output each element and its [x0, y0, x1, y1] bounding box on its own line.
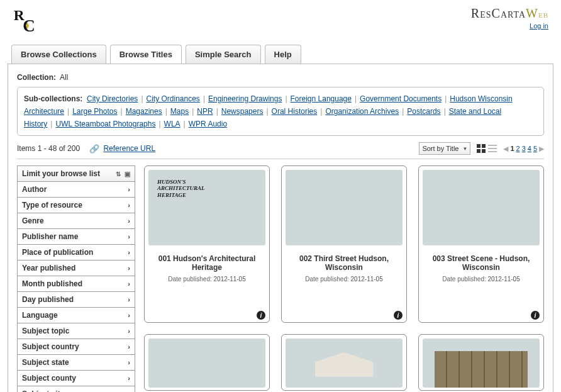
facet-item[interactable]: Place of publication› [18, 245, 135, 260]
info-icon[interactable]: i [257, 311, 265, 320]
facet-item[interactable]: Subject state› [18, 355, 135, 371]
subcollection-link[interactable]: Magazines [126, 107, 162, 116]
chevron-right-icon: › [128, 264, 130, 272]
facet-item[interactable]: Year published› [18, 260, 135, 276]
subcollection-link[interactable]: Oral Histories [272, 107, 318, 116]
page-5[interactable]: 5 [533, 145, 537, 152]
thumbnail [423, 170, 540, 245]
thumbnail [148, 339, 265, 388]
facet-item[interactable]: Publisher name› [18, 229, 135, 245]
result-card[interactable] [281, 334, 407, 391]
info-icon[interactable]: i [531, 311, 540, 320]
thumbnail [423, 339, 540, 388]
result-card[interactable] [144, 334, 270, 391]
result-card[interactable]: 003 Street Scene - Hudson, Wisconsin Dat… [418, 165, 544, 323]
chevron-right-icon: › [128, 201, 130, 209]
reference-url-link[interactable]: Reference URL [103, 144, 155, 153]
info-icon[interactable]: i [394, 311, 403, 320]
facets-header: Limit your browse list ⇅ ▣ [18, 166, 135, 182]
chevron-right-icon: › [128, 296, 130, 303]
subcollection-link[interactable]: Maps [170, 107, 189, 116]
card-title: 003 Street Scene - Hudson, Wisconsin [425, 254, 537, 272]
facets-collapse-icon[interactable]: ▣ [125, 171, 130, 177]
chevron-right-icon: › [128, 249, 130, 256]
logo-rc[interactable]: R C [13, 6, 41, 40]
pager: ◀ 1 2 3 4 5 ▶ [503, 145, 544, 153]
items-count: Items 1 - 48 of 200 [17, 144, 80, 153]
chevron-right-icon: › [128, 311, 130, 319]
subcollection-link[interactable]: City Ordinances [147, 94, 200, 103]
page-1[interactable]: 1 [510, 145, 514, 152]
subcollections-box: Sub-collections: City Directories|City O… [17, 87, 544, 136]
facets-panel: Limit your browse list ⇅ ▣ Author›Type o… [17, 165, 135, 392]
tab-browse-titles[interactable]: Browse Titles [110, 45, 182, 64]
chevron-right-icon: › [128, 359, 130, 366]
thumbnail [286, 339, 403, 388]
facet-item[interactable]: Subject country› [18, 339, 135, 355]
subcollection-link[interactable]: WPR Audio [189, 120, 227, 128]
subcollection-link[interactable]: Postcards [407, 107, 440, 116]
facet-item[interactable]: Subject county› [18, 371, 135, 386]
subcollection-link[interactable]: UWL Steamboat Photographs [55, 120, 155, 128]
page-2[interactable]: 2 [516, 145, 520, 152]
brand-rescarta: ResCartaWeb [471, 6, 548, 21]
result-card[interactable] [418, 334, 544, 391]
grid-view-icon[interactable] [477, 144, 486, 153]
subcollection-link[interactable]: Foreign Language [291, 94, 352, 103]
chevron-right-icon: › [128, 233, 130, 240]
sort-select[interactable]: Sort by Title▼ [419, 142, 470, 155]
chevron-right-icon: › [128, 327, 130, 335]
chevron-right-icon: › [128, 343, 130, 350]
facet-item[interactable]: Type of resource› [18, 198, 135, 213]
list-view-icon[interactable] [488, 144, 497, 153]
subcollections-label: Sub-collections: [24, 94, 82, 103]
facets-sort-icon[interactable]: ⇅ [116, 171, 121, 177]
facet-item[interactable]: Subject city› [18, 386, 135, 392]
thumbnail [286, 170, 403, 245]
result-card[interactable]: 001 Hudson's Architectural Heritage Date… [144, 165, 270, 323]
tab-simple-search[interactable]: Simple Search [186, 45, 261, 64]
card-title: 002 Third Street Hudson, Wisconsin [288, 254, 400, 272]
facet-item[interactable]: Author› [18, 182, 135, 198]
login-link[interactable]: Log in [471, 22, 548, 30]
chevron-right-icon: › [128, 280, 130, 288]
subcollection-link[interactable]: Newspapers [221, 107, 264, 116]
subcollection-link[interactable]: Engineering Drawings [208, 94, 282, 103]
subcollection-link[interactable]: Large Photos [72, 107, 117, 116]
page-3[interactable]: 3 [522, 145, 526, 152]
page-next-icon[interactable]: ▶ [539, 145, 544, 153]
page-4[interactable]: 4 [528, 145, 531, 152]
subcollection-link[interactable]: NPR [197, 107, 213, 116]
chevron-right-icon: › [128, 186, 130, 193]
subcollection-link[interactable]: Government Documents [360, 94, 442, 103]
page-prev-icon[interactable]: ◀ [503, 145, 508, 153]
chevron-right-icon: › [128, 374, 130, 382]
facet-item[interactable]: Language› [18, 308, 135, 323]
result-card[interactable]: 002 Third Street Hudson, Wisconsin Date … [281, 165, 407, 323]
facet-item[interactable]: Month published› [18, 276, 135, 292]
tab-help[interactable]: Help [265, 45, 301, 64]
chevron-right-icon: › [128, 217, 130, 225]
collection-row: Collection: All [17, 73, 544, 82]
subcollection-link[interactable]: Organization Archives [325, 107, 399, 116]
subcollection-link[interactable]: WLA [164, 120, 181, 128]
thumbnail [148, 170, 265, 245]
link-icon: 🔗 [89, 144, 99, 154]
facet-item[interactable]: Subject topic› [18, 323, 135, 339]
tab-browse-collections[interactable]: Browse Collections [11, 45, 106, 64]
facet-item[interactable]: Genre› [18, 213, 135, 229]
subcollection-link[interactable]: City Directories [87, 94, 138, 103]
results-grid: 001 Hudson's Architectural Heritage Date… [144, 165, 544, 391]
card-title: 001 Hudson's Architectural Heritage [151, 254, 263, 272]
facet-item[interactable]: Day published› [18, 292, 135, 308]
